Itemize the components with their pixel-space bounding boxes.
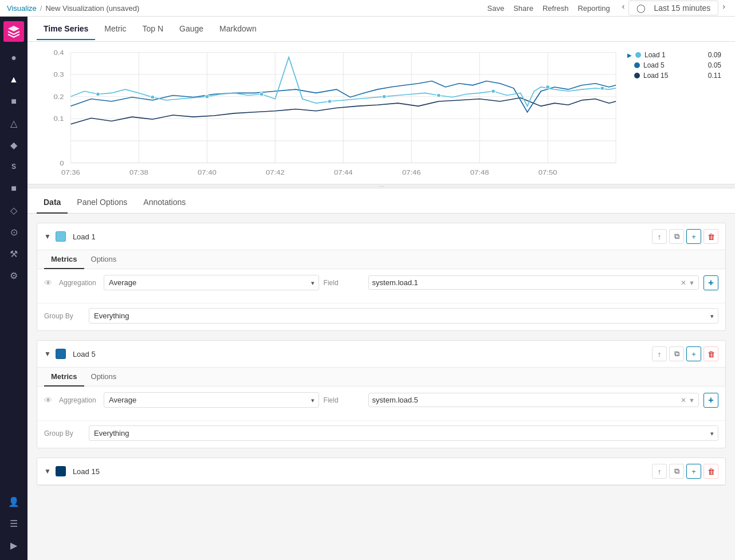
tab-metric[interactable]: Metric <box>97 18 133 40</box>
breadcrumb-separator: / <box>40 4 42 13</box>
series-toggle-1[interactable]: ▼ <box>44 232 51 240</box>
legend-label-load1: Load 1 <box>644 51 705 59</box>
field-dropdown-1[interactable]: ▼ <box>689 279 695 286</box>
visibility-icon-2[interactable]: 👁 <box>44 396 52 405</box>
series-delete-1[interactable]: 🗑 <box>703 229 718 244</box>
add-metric-1[interactable]: + <box>703 275 718 290</box>
groupby-select-1[interactable]: Everything <box>89 308 718 324</box>
series-toggle-2[interactable]: ▼ <box>44 350 51 358</box>
series-actions-2: ↑ ⧉ + 🗑 <box>652 346 718 361</box>
sidebar-item-apm[interactable]: ⊙ <box>3 222 24 242</box>
prev-arrow[interactable]: ‹ <box>619 1 628 15</box>
series-add-1[interactable]: + <box>686 229 701 244</box>
agg-label-1: Aggregation <box>59 279 99 287</box>
series-name-input-3[interactable] <box>70 466 647 477</box>
sidebar-item-monitoring[interactable]: ⚙ <box>3 265 24 286</box>
field-clear-2[interactable]: ✕ <box>681 396 686 404</box>
legend-dot-load15 <box>634 73 640 78</box>
legend-value-load5: 0.05 <box>708 61 721 69</box>
tab-time-series[interactable]: Time Series <box>37 18 95 40</box>
legend-value-load15: 0.11 <box>708 72 721 80</box>
time-range-picker[interactable]: ◯ Last 15 minutes <box>628 1 718 15</box>
tab-markdown[interactable]: Markdown <box>213 18 264 40</box>
viz-type-tabs: Time Series Metric Top N Gauge Markdown <box>27 17 735 42</box>
logo[interactable] <box>3 21 24 42</box>
series-delete-3[interactable]: 🗑 <box>703 464 718 479</box>
series-tab-options-1[interactable]: Options <box>84 250 124 269</box>
aggregation-select-1[interactable]: Average Sum Max Min <box>104 275 319 290</box>
sidebar-item-siem[interactable]: S <box>3 156 24 177</box>
series-copy-1[interactable]: ⧉ <box>669 229 684 244</box>
svg-text:0.2: 0.2 <box>53 93 64 101</box>
series-add-3[interactable]: + <box>686 464 701 479</box>
series-name-input-1[interactable] <box>70 231 647 242</box>
series-tab-options-2[interactable]: Options <box>84 368 124 387</box>
left-sidebar: ● ▲ ■ △ ◆ S ■ ◇ ⊙ ⚒ ⚙ <box>0 17 27 560</box>
series-delete-2[interactable]: 🗑 <box>703 346 718 361</box>
series-section: ▼ ↑ ⧉ + 🗑 Metrics Options <box>27 214 735 495</box>
groupby-label-2: Group By <box>44 429 84 437</box>
series-copy-up-2[interactable]: ↑ <box>652 346 667 361</box>
app-name[interactable]: Visualize <box>7 4 37 13</box>
add-metric-2[interactable]: + <box>703 393 718 408</box>
refresh-button[interactable]: Refresh <box>543 4 569 13</box>
reporting-button[interactable]: Reporting <box>577 4 610 13</box>
series-copy-2[interactable]: ⧉ <box>669 346 684 361</box>
legend-item-load1[interactable]: ▶ Load 1 0.09 <box>627 51 721 59</box>
series-color-1[interactable] <box>56 231 66 242</box>
share-button[interactable]: Share <box>513 4 533 13</box>
series-tab-metrics-1[interactable]: Metrics <box>44 250 84 269</box>
metrics-section-2: 👁 Aggregation Average Field system.load.… <box>37 387 725 418</box>
sidebar-item-dashboard[interactable]: ■ <box>3 91 24 112</box>
series-add-2[interactable]: + <box>686 346 701 361</box>
next-arrow[interactable]: › <box>720 1 728 15</box>
tab-panel-options[interactable]: Panel Options <box>70 192 134 214</box>
tab-data[interactable]: Data <box>37 192 68 214</box>
sidebar-item-graph[interactable]: ■ <box>3 178 24 199</box>
svg-point-35 <box>491 89 495 93</box>
series-toggle-3[interactable]: ▼ <box>44 467 51 475</box>
svg-text:07:38: 07:38 <box>129 169 148 176</box>
legend-expand-icon: ▶ <box>627 52 632 58</box>
legend-label-load15: Load 15 <box>643 72 705 80</box>
svg-point-31 <box>260 92 264 96</box>
series-copy-up-1[interactable]: ↑ <box>652 229 667 244</box>
series-color-2[interactable] <box>56 349 66 359</box>
field-dropdown-2[interactable]: ▼ <box>689 397 695 404</box>
metrics-section-1: 👁 Aggregation Average Sum Max Min F <box>37 269 725 301</box>
sidebar-item-ml[interactable]: ◇ <box>3 200 24 220</box>
save-button[interactable]: Save <box>488 4 505 13</box>
groupby-select-wrapper-1: Everything <box>89 308 718 324</box>
tab-gauge[interactable]: Gauge <box>172 18 210 40</box>
series-tab-metrics-2[interactable]: Metrics <box>44 368 84 387</box>
sidebar-item-discover[interactable]: ● <box>3 48 24 68</box>
sidebar-item-devtools[interactable]: ⚒ <box>3 243 24 264</box>
series-header-1: ▼ ↑ ⧉ + 🗑 <box>37 223 725 250</box>
series-copy-3[interactable]: ⧉ <box>669 464 684 479</box>
field-clear-1[interactable]: ✕ <box>681 279 686 287</box>
tab-annotations[interactable]: Annotations <box>136 192 192 214</box>
legend-item-load15[interactable]: Load 15 0.11 <box>627 72 721 80</box>
sidebar-item-play[interactable]: ▶ <box>3 535 24 555</box>
sidebar-item-user[interactable]: 👤 <box>3 491 24 512</box>
series-copy-up-3[interactable]: ↑ <box>652 464 667 479</box>
field-label-1: Field <box>324 279 364 287</box>
series-actions-1: ↑ ⧉ + 🗑 <box>652 229 718 244</box>
svg-point-36 <box>546 85 550 89</box>
sidebar-item-index[interactable]: ☰ <box>3 513 24 534</box>
aggregation-select-2[interactable]: Average <box>104 392 319 408</box>
sidebar-item-canvas[interactable]: ◆ <box>3 135 24 155</box>
series-name-input-2[interactable] <box>70 349 647 360</box>
series-color-3[interactable] <box>56 466 66 476</box>
field-label-2: Field <box>324 396 364 404</box>
sidebar-item-visualize[interactable]: ▲ <box>3 69 24 90</box>
topbar-actions: Save Share Refresh Reporting ‹ ◯ Last 15… <box>488 1 728 15</box>
visibility-icon-1[interactable]: 👁 <box>44 278 52 287</box>
tab-top-n[interactable]: Top N <box>135 18 170 40</box>
drag-handle[interactable]: ⋯ <box>27 184 735 188</box>
legend-item-load5[interactable]: Load 5 0.05 <box>627 61 721 69</box>
sidebar-item-timelion[interactable]: △ <box>3 113 24 133</box>
page-title: New Visualization (unsaved) <box>45 4 139 13</box>
groupby-select-2[interactable]: Everything <box>89 425 718 441</box>
svg-point-28 <box>96 92 100 96</box>
